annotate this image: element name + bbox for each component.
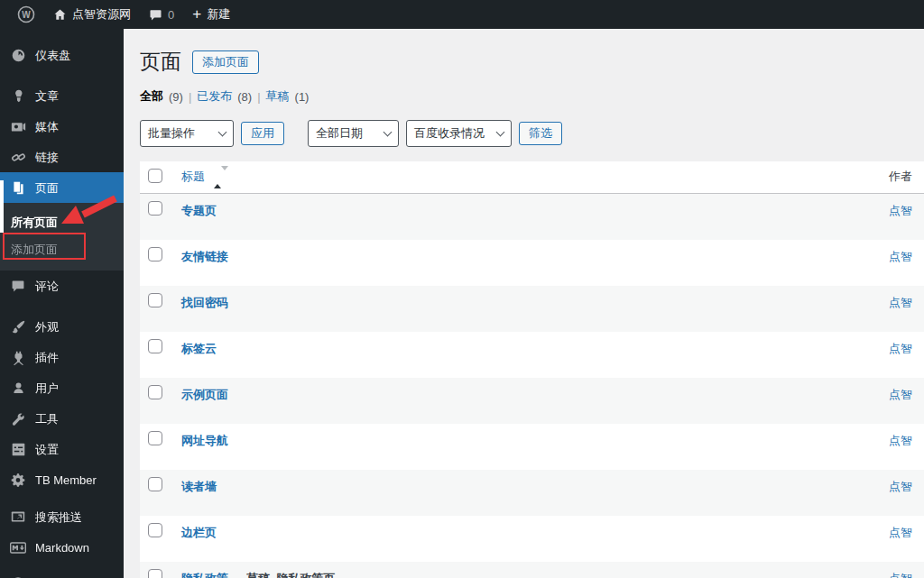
- page-title-link[interactable]: 边栏页: [181, 526, 217, 539]
- column-author: 作者: [880, 161, 924, 194]
- pages-list-screen: 页面 添加页面 全部 (9) | 已发布 (8) | 草稿 (1) 批量操作 应…: [124, 29, 924, 578]
- row-checkbox[interactable]: [148, 385, 162, 399]
- sidebar-item-tb-member[interactable]: TB Member: [0, 464, 124, 495]
- sidebar-item-appearance[interactable]: 外观: [0, 311, 124, 342]
- bulk-action-select[interactable]: 批量操作: [140, 120, 234, 147]
- table-row: 隐私政策 — 草稿, 隐私政策页 点智: [140, 562, 924, 578]
- sidebar-item-comments[interactable]: 评论: [0, 271, 124, 301]
- author-link[interactable]: 点智: [889, 250, 912, 263]
- admin-bar: W 点智资源网 0 + 新建: [0, 0, 924, 29]
- submenu-add-page[interactable]: 添加页面: [0, 236, 124, 263]
- pages-submenu: 所有页面 添加页面: [0, 203, 124, 271]
- row-checkbox[interactable]: [148, 477, 162, 491]
- sidebar-item-dashboard[interactable]: 仪表盘: [0, 40, 124, 70]
- wordpress-logo-icon[interactable]: W: [9, 0, 43, 29]
- filter-published-link[interactable]: 已发布: [197, 88, 232, 105]
- author-link[interactable]: 点智: [889, 480, 912, 493]
- baidu-index-select[interactable]: 百度收录情况: [406, 120, 512, 147]
- date-filter-select[interactable]: 全部日期: [308, 120, 399, 147]
- comments-bubble[interactable]: 0: [141, 0, 182, 29]
- sidebar-item-label: Markdown: [35, 541, 89, 555]
- page-title-link[interactable]: 示例页面: [181, 388, 228, 401]
- sidebar-item-plugins[interactable]: 插件: [0, 342, 124, 372]
- author-link[interactable]: 点智: [889, 434, 912, 447]
- sidebar-item-label: 页面: [35, 181, 59, 195]
- sidebar-item-tools[interactable]: 工具: [0, 403, 124, 434]
- table-row: 读者墙 点智: [140, 470, 924, 516]
- table-row: 边栏页 点智: [140, 516, 924, 562]
- table-row: 网址导航 点智: [140, 424, 924, 470]
- post-state-dash: —: [228, 572, 246, 578]
- pin-icon: [9, 87, 27, 105]
- page-title-link[interactable]: 友情链接: [181, 250, 228, 263]
- pages-icon: [9, 179, 27, 197]
- apply-button[interactable]: 应用: [241, 122, 284, 145]
- row-checkbox[interactable]: [148, 431, 162, 445]
- row-checkbox[interactable]: [148, 247, 162, 261]
- menu-separator: [0, 70, 124, 80]
- sidebar-item-label: TB Member: [35, 473, 97, 487]
- chevron-down-icon: [218, 127, 227, 136]
- page-title-link[interactable]: 隐私政策: [181, 572, 228, 578]
- page-title: 页面: [140, 49, 181, 75]
- sidebar-item-label: 仪表盘: [35, 49, 70, 62]
- sidebar-item-search-push[interactable]: 搜索推送: [0, 501, 124, 532]
- sidebar-item-links[interactable]: 链接: [0, 142, 124, 172]
- sidebar-item-users[interactable]: 用户: [0, 372, 124, 403]
- admin-sidebar: 仪表盘 文章 媒体 链接 页面 所有页面 添加页面 评论: [0, 29, 124, 578]
- filter-all-link[interactable]: 全部: [140, 88, 163, 105]
- author-link[interactable]: 点智: [889, 526, 912, 539]
- row-checkbox[interactable]: [148, 293, 162, 307]
- sidebar-item-markdown[interactable]: Markdown: [0, 532, 124, 563]
- chevron-down-icon: [496, 127, 505, 136]
- chevron-down-icon: [383, 127, 393, 136]
- status-filter-links: 全部 (9) | 已发布 (8) | 草稿 (1): [140, 88, 924, 105]
- page-title-link[interactable]: 标签云: [181, 342, 217, 355]
- filter-draft-link[interactable]: 草稿: [266, 88, 290, 105]
- sidebar-item-label: 外观: [35, 320, 59, 334]
- sidebar-item-label: 搜索推送: [35, 510, 82, 524]
- submenu-all-pages[interactable]: 所有页面: [0, 209, 124, 236]
- column-title-sort[interactable]: 标题: [181, 170, 205, 183]
- svg-text:W: W: [22, 10, 31, 20]
- author-link[interactable]: 点智: [889, 388, 912, 401]
- page-title-link[interactable]: 读者墙: [181, 480, 217, 493]
- table-row: 示例页面 点智: [140, 378, 924, 424]
- sidebar-item-media[interactable]: 媒体: [0, 111, 124, 142]
- sidebar-item-settings[interactable]: 设置: [0, 434, 124, 464]
- menu-separator: [0, 301, 124, 311]
- add-page-button[interactable]: 添加页面: [192, 50, 259, 74]
- row-checkbox[interactable]: [148, 201, 162, 216]
- sidebar-item-pages[interactable]: 页面: [0, 172, 124, 203]
- sidebar-item-label: 设置: [35, 443, 59, 456]
- page-title-link[interactable]: 专题页: [181, 204, 217, 217]
- select-all-checkbox[interactable]: [148, 169, 162, 183]
- appearance-icon: [9, 317, 27, 335]
- filter-published-count: (8): [237, 90, 252, 104]
- site-name-link[interactable]: 点智资源网: [45, 0, 139, 29]
- post-state-label: 草稿, 隐私政策页: [246, 572, 335, 578]
- table-row: 标签云 点智: [140, 332, 924, 378]
- screenshot-artifact: [0, 180, 4, 233]
- collapse-icon: [9, 574, 27, 578]
- author-link[interactable]: 点智: [889, 572, 912, 578]
- new-content-button[interactable]: + 新建: [184, 0, 238, 29]
- author-link[interactable]: 点智: [889, 342, 912, 355]
- table-header-row: 标题 作者: [140, 161, 924, 194]
- page-title-link[interactable]: 找回密码: [181, 296, 228, 309]
- row-checkbox[interactable]: [148, 339, 162, 353]
- row-checkbox[interactable]: [148, 523, 162, 537]
- author-link[interactable]: 点智: [889, 296, 912, 309]
- link-icon: [9, 148, 27, 166]
- comment-icon: [149, 8, 162, 22]
- sidebar-item-collapse-menu[interactable]: 收起菜单: [0, 568, 124, 578]
- row-checkbox[interactable]: [148, 569, 162, 578]
- filter-button[interactable]: 筛选: [519, 122, 562, 145]
- list-toolbar: 批量操作 应用 全部日期 百度收录情况 筛选: [140, 120, 924, 147]
- page-title-link[interactable]: 网址导航: [181, 434, 228, 447]
- sidebar-item-label: 插件: [35, 351, 59, 364]
- sidebar-item-posts[interactable]: 文章: [0, 80, 124, 111]
- author-link[interactable]: 点智: [889, 204, 912, 217]
- table-row: 友情链接 点智: [140, 240, 924, 286]
- dashboard-icon: [9, 46, 27, 64]
